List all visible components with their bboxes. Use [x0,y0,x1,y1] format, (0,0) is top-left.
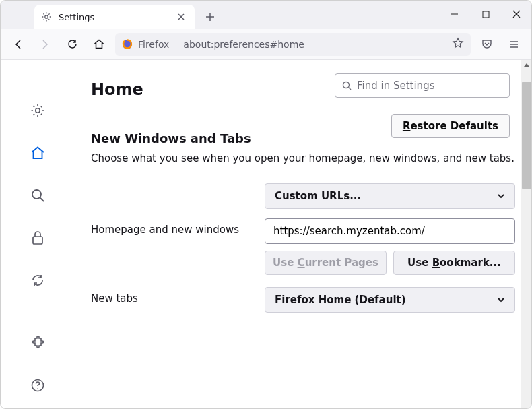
scroll-up-icon[interactable] [521,60,532,71]
newtabs-label: New tabs [91,287,265,305]
svg-rect-5 [33,237,42,244]
main-content: Find in Settings Restore Defaults Home N… [75,60,531,408]
reload-button[interactable] [61,34,83,55]
homepage-url-input[interactable] [265,218,515,244]
search-icon [342,81,352,90]
section-desc: Choose what you see when you open your h… [91,152,515,164]
sidebar-item-home[interactable] [26,141,50,164]
homepage-select[interactable]: Custom URLs... [265,183,515,209]
firefox-logo-icon [122,39,133,50]
scrollbar[interactable] [521,60,531,408]
sidebar-item-sync[interactable] [26,269,50,291]
tab-title: Settings [59,12,168,22]
gear-icon [41,11,52,22]
close-window-button[interactable] [501,0,532,28]
use-bookmark-button[interactable]: Use Bookmark... [393,251,515,275]
search-input[interactable]: Find in Settings [335,73,510,98]
maximize-button[interactable] [470,0,501,28]
chevron-down-icon [497,192,505,200]
forward-button[interactable] [34,34,56,55]
new-tab-button[interactable] [200,7,220,27]
svg-point-3 [36,108,40,112]
app-menu-button[interactable] [503,34,525,55]
save-to-pocket-button[interactable] [476,34,498,55]
sidebar-item-search[interactable] [26,184,50,206]
svg-point-4 [32,190,41,199]
urlbar[interactable]: Firefox about:preferences#home [115,33,471,56]
homepage-label: Homepage and new windows [91,218,265,236]
close-icon[interactable] [174,10,188,24]
scrollbar-thumb[interactable] [522,82,531,189]
svg-point-0 [45,15,48,18]
tab-settings[interactable]: Settings [34,5,195,29]
svg-rect-1 [483,11,489,18]
identity-box[interactable]: Firefox [122,39,176,50]
sidebar-item-help[interactable] [26,374,50,396]
chevron-down-icon [497,296,505,304]
sidebar-item-privacy[interactable] [26,226,50,249]
use-current-pages-button[interactable]: Use Current Pages [265,251,387,275]
titlebar: Settings [1,1,531,29]
bookmark-star-icon[interactable] [452,37,464,52]
url-address: about:preferences#home [183,39,445,50]
back-button[interactable] [7,34,29,55]
sidebar [1,60,75,408]
restore-defaults-button[interactable]: Restore Defaults [391,114,510,138]
sidebar-item-extensions[interactable] [26,332,50,354]
toolbar: Firefox about:preferences#home [1,29,531,60]
newtabs-select[interactable]: Firefox Home (Default) [265,287,515,313]
home-button[interactable] [88,34,110,55]
minimize-button[interactable] [439,0,470,28]
sidebar-item-general[interactable] [26,99,50,121]
svg-point-7 [343,82,350,88]
